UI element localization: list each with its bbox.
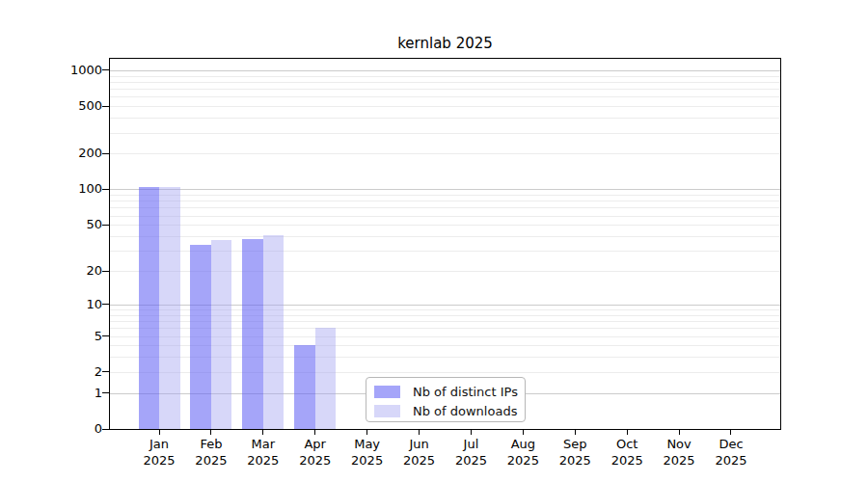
y-tick-label-2: 2: [0, 363, 102, 381]
y-tick-mark: [102, 106, 109, 107]
y-tick-mark: [102, 225, 109, 226]
legend-row-downloads: Nb of downloads: [366, 401, 525, 420]
bar-downloads-feb: [211, 240, 232, 429]
legend-swatch-distinct-ips-icon: [374, 386, 400, 398]
chart-title: kernlab 2025: [109, 35, 781, 52]
y-tick-mark: [102, 304, 109, 305]
x-tick-mark: [159, 430, 160, 435]
x-tick-mark: [523, 430, 524, 435]
gridline-minor: [110, 118, 780, 119]
x-tick-mark: [471, 430, 472, 435]
gridline-minor: [110, 89, 780, 90]
x-tick-mark: [366, 430, 367, 435]
legend-label-downloads: Nb of downloads: [413, 404, 517, 418]
y-tick-label-100: 100: [0, 180, 102, 198]
x-tick-mark: [210, 430, 211, 435]
gridline-major: [110, 70, 780, 71]
bar-downloads-apr: [315, 328, 337, 429]
y-tick-mark: [102, 271, 109, 272]
legend: Nb of distinct IPs Nb of downloads: [366, 377, 526, 422]
gridline-minor: [110, 201, 780, 201]
gridline-minor: [110, 207, 780, 208]
y-tick-mark: [102, 371, 109, 372]
gridline-minor: [110, 216, 780, 217]
gridline-minor: [110, 133, 780, 134]
y-tick-mark: [102, 153, 109, 154]
y-tick-mark: [102, 189, 109, 190]
legend-swatch-downloads-icon: [374, 405, 400, 417]
y-tick-label-0: 0: [0, 420, 102, 438]
x-tick-mark: [419, 430, 420, 435]
x-tick-mark: [262, 430, 263, 435]
bar-ips-mar: [242, 239, 263, 429]
plot-canvas: [110, 59, 780, 429]
y-tick-label-50: 50: [0, 216, 102, 233]
x-tick-mark: [314, 430, 315, 435]
x-tick-mark: [575, 430, 576, 435]
bar-ips-jan: [139, 187, 160, 429]
y-tick-label-1000: 1000: [0, 62, 102, 79]
y-tick-label-500: 500: [0, 97, 102, 115]
bar-ips-feb: [190, 245, 211, 430]
gridline-minor: [110, 153, 780, 154]
y-tick-mark: [102, 392, 109, 393]
y-tick-label-20: 20: [0, 262, 102, 280]
y-tick-mark: [102, 335, 109, 336]
gridline-minor: [110, 236, 780, 237]
y-tick-mark: [102, 69, 109, 70]
y-tick-mark: [102, 429, 109, 430]
y-tick-label-5: 5: [0, 328, 102, 345]
x-tick-mark: [627, 430, 628, 435]
bar-ips-apr: [294, 345, 315, 429]
figure: kernlab 2025 Nb of distinct IPs Nb of do…: [0, 0, 868, 482]
x-tick-label-dec: Dec2025: [700, 436, 762, 469]
gridline-major: [110, 189, 780, 190]
gridline-minor: [110, 225, 780, 226]
y-tick-label-1: 1: [0, 385, 102, 402]
x-tick-mark: [679, 430, 680, 435]
plot-area: Nb of distinct IPs Nb of downloads: [109, 58, 781, 430]
bar-downloads-jan: [159, 187, 180, 429]
gridline-minor: [110, 76, 780, 77]
gridline-minor: [110, 96, 780, 97]
legend-row-distinct-ips: Nb of distinct IPs: [366, 382, 525, 401]
gridline-minor: [110, 82, 780, 83]
legend-label-distinct-ips: Nb of distinct IPs: [413, 385, 518, 399]
gridline-minor: [110, 195, 780, 196]
bar-downloads-mar: [263, 235, 285, 429]
y-tick-label-200: 200: [0, 145, 102, 162]
gridline-minor: [110, 106, 780, 107]
y-tick-label-10: 10: [0, 296, 102, 313]
x-tick-mark: [730, 430, 731, 435]
